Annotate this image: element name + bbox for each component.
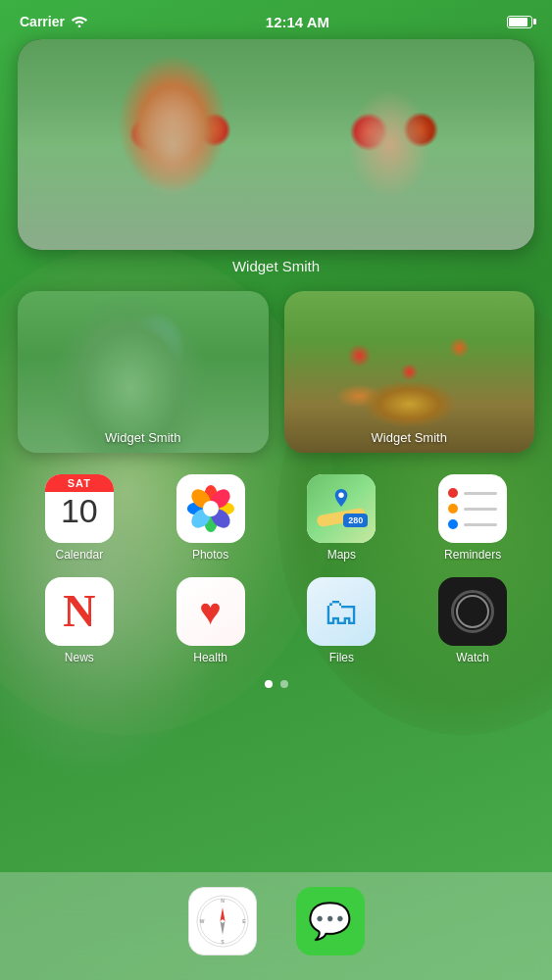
top-widget-image: [18, 39, 534, 250]
messages-dock-icon[interactable]: 💬: [296, 887, 365, 956]
app-grid-row1: SAT 10 Calendar: [18, 474, 534, 562]
safari-compass: N S E W: [195, 894, 250, 949]
app-grid-row2: N News ♥ Health 🗂 Files Watch: [18, 577, 534, 664]
time-label: 12:14 AM: [266, 14, 329, 30]
message-bubble-icon: 💬: [308, 901, 352, 942]
news-n-letter: N: [63, 589, 95, 634]
health-icon[interactable]: ♥: [176, 577, 245, 646]
app-item-photos: Photos: [149, 474, 273, 562]
svg-point-0: [78, 24, 81, 27]
page-dot-0: [265, 680, 273, 688]
reminders-inner: [438, 478, 507, 539]
app-item-maps: 280 Maps: [280, 474, 404, 562]
wifi-icon: [71, 14, 88, 30]
svg-point-10: [339, 493, 344, 498]
home-screen: Widget Smith Widget Smith Widget Smith S…: [0, 39, 552, 688]
app-item-watch: Watch: [411, 577, 534, 664]
top-widget[interactable]: [18, 39, 534, 250]
safari-dock-icon[interactable]: N S E W: [188, 887, 257, 956]
top-widget-label-row: Widget Smith: [18, 258, 534, 275]
top-widget-photo: [18, 39, 534, 250]
files-icon[interactable]: 🗂: [307, 577, 376, 646]
status-left: Carrier: [20, 14, 88, 30]
reminder-row-2: [448, 519, 497, 529]
photos-flower: [186, 484, 235, 533]
news-icon[interactable]: N: [45, 577, 114, 646]
medium-widgets-row: Widget Smith Widget Smith: [18, 291, 534, 453]
watch-icon[interactable]: [438, 577, 507, 646]
calendar-label: Calendar: [56, 548, 104, 562]
photos-label: Photos: [192, 548, 228, 562]
app-item-reminders: Reminders: [411, 474, 534, 562]
carrier-label: Carrier: [20, 14, 65, 29]
photos-icon[interactable]: [176, 474, 245, 543]
maps-badge: 280: [343, 514, 368, 527]
calendar-icon[interactable]: SAT 10: [45, 474, 114, 543]
files-label: Files: [329, 651, 354, 664]
battery-icon: [507, 16, 532, 28]
folder-icon: 🗂: [323, 591, 360, 633]
app-item-calendar: SAT 10 Calendar: [18, 474, 141, 562]
watch-inner: [456, 595, 489, 628]
reminder-dot-red: [448, 488, 458, 498]
watch-label: Watch: [456, 651, 489, 664]
reminder-row-0: [448, 488, 497, 498]
maps-marker: [332, 489, 350, 511]
page-dot-1: [280, 680, 288, 688]
medium-widget-0[interactable]: Widget Smith: [18, 291, 269, 453]
medium-widget-1[interactable]: Widget Smith: [284, 291, 535, 453]
reminder-dot-orange: [448, 504, 458, 514]
reminders-icon[interactable]: [438, 474, 507, 543]
reminder-line-2: [464, 523, 497, 526]
reminder-line-1: [464, 508, 497, 511]
watch-face: [451, 590, 494, 633]
medium-widget-0-image: [18, 291, 269, 453]
reminders-label: Reminders: [444, 548, 501, 562]
heart-icon: ♥: [199, 591, 222, 633]
status-right: [507, 16, 532, 28]
svg-text:W: W: [199, 918, 204, 924]
news-label: News: [65, 651, 94, 664]
medium-widget-1-image: [284, 291, 535, 453]
maps-icon[interactable]: 280: [307, 474, 376, 543]
app-item-files: 🗂 Files: [280, 577, 404, 664]
maps-label: Maps: [327, 548, 356, 562]
svg-point-9: [203, 501, 219, 516]
app-item-news: N News: [18, 577, 141, 664]
page-indicators: [18, 680, 534, 688]
reminder-dot-blue: [448, 519, 458, 529]
calendar-day: SAT: [45, 474, 114, 492]
reminder-line-0: [464, 492, 497, 495]
maps-inner: 280: [307, 474, 376, 543]
medium-widget-1-label: Widget Smith: [284, 430, 535, 445]
calendar-date: 10: [61, 494, 98, 527]
reminder-row-1: [448, 504, 497, 514]
app-item-health: ♥ Health: [149, 577, 273, 664]
top-widget-label: Widget Smith: [232, 258, 320, 274]
status-bar: Carrier 12:14 AM: [0, 0, 552, 39]
health-label: Health: [193, 651, 227, 664]
dock: N S E W 💬: [0, 872, 552, 980]
medium-widget-0-label: Widget Smith: [18, 430, 269, 445]
svg-text:N: N: [221, 898, 225, 904]
